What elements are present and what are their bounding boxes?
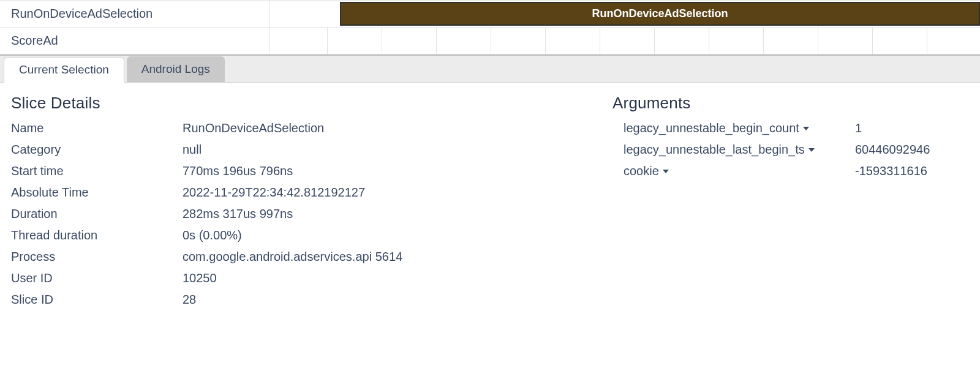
field-label-process: Process xyxy=(11,250,183,264)
arg-value-cookie: -1593311616 xyxy=(855,164,975,178)
details-panel: Slice Details Name RunOnDeviceAdSelectio… xyxy=(0,83,980,307)
arguments-grid: legacy_unnestable_begin_count 1 legacy_u… xyxy=(612,121,975,178)
field-label-thread-duration: Thread duration xyxy=(11,228,183,242)
arguments-section: Arguments legacy_unnestable_begin_count … xyxy=(612,94,975,307)
field-label-slice-id: Slice ID xyxy=(11,293,183,307)
field-value-user-id: 10250 xyxy=(183,271,593,285)
field-label-start-time: Start time xyxy=(11,164,183,178)
arguments-title: Arguments xyxy=(612,94,975,113)
trace-slice-label: RunOnDeviceAdSelection xyxy=(592,7,728,20)
trace-row-scoread: ScoreAd xyxy=(0,28,980,54)
tab-label: Current Selection xyxy=(19,63,109,77)
trace-row-title[interactable]: RunOnDeviceAdSelection xyxy=(0,1,270,28)
caret-down-icon xyxy=(803,127,809,130)
arg-key-begin-ts[interactable]: legacy_unnestable_last_begin_ts xyxy=(624,143,855,157)
trace-row-label: ScoreAd xyxy=(11,34,58,48)
tab-android-logs[interactable]: Android Logs xyxy=(127,56,225,82)
arg-value-begin-count: 1 xyxy=(855,121,975,135)
tab-label: Android Logs xyxy=(141,62,210,76)
field-value-category: null xyxy=(183,143,593,157)
trace-row-label: RunOnDeviceAdSelection xyxy=(11,7,153,21)
arg-value-begin-ts: 60446092946 xyxy=(855,143,975,157)
slice-details-title: Slice Details xyxy=(11,94,593,113)
trace-canvas[interactable] xyxy=(270,28,980,54)
trace-slice-bar[interactable]: RunOnDeviceAdSelection xyxy=(340,2,980,26)
trace-row-runondevice: RunOnDeviceAdSelection RunOnDeviceAdSele… xyxy=(0,1,980,28)
trace-rows: RunOnDeviceAdSelection RunOnDeviceAdSele… xyxy=(0,0,980,54)
field-label-duration: Duration xyxy=(11,207,183,221)
slice-details: Slice Details Name RunOnDeviceAdSelectio… xyxy=(11,94,593,307)
trace-canvas[interactable]: RunOnDeviceAdSelection xyxy=(270,1,980,28)
trace-grid xyxy=(270,28,980,54)
caret-down-icon xyxy=(663,170,669,173)
field-value-start-time: 770ms 196us 796ns xyxy=(183,164,593,178)
tab-strip: Current Selection Android Logs xyxy=(0,54,980,83)
field-label-user-id: User ID xyxy=(11,271,183,285)
field-value-thread-duration: 0s (0.00%) xyxy=(183,228,593,242)
field-label-absolute-time: Absolute Time xyxy=(11,186,183,200)
field-label-category: Category xyxy=(11,143,183,157)
arg-key-cookie[interactable]: cookie xyxy=(624,164,855,178)
arg-key-begin-count[interactable]: legacy_unnestable_begin_count xyxy=(624,121,855,135)
field-value-duration: 282ms 317us 997ns xyxy=(183,207,593,221)
arg-key-label: legacy_unnestable_last_begin_ts xyxy=(624,143,805,157)
field-value-name: RunOnDeviceAdSelection xyxy=(183,121,593,135)
tab-current-selection[interactable]: Current Selection xyxy=(4,57,124,83)
field-value-slice-id: 28 xyxy=(183,293,593,307)
field-value-process: com.google.android.adservices.api 5614 xyxy=(183,250,593,264)
arg-key-label: legacy_unnestable_begin_count xyxy=(624,121,799,135)
slice-details-grid: Name RunOnDeviceAdSelection Category nul… xyxy=(11,121,593,307)
trace-row-title[interactable]: ScoreAd xyxy=(0,28,270,54)
field-value-absolute-time: 2022-11-29T22:34:42.812192127 xyxy=(183,186,593,200)
caret-down-icon xyxy=(809,148,815,152)
field-label-name: Name xyxy=(11,121,183,135)
arg-key-label: cookie xyxy=(624,164,659,178)
